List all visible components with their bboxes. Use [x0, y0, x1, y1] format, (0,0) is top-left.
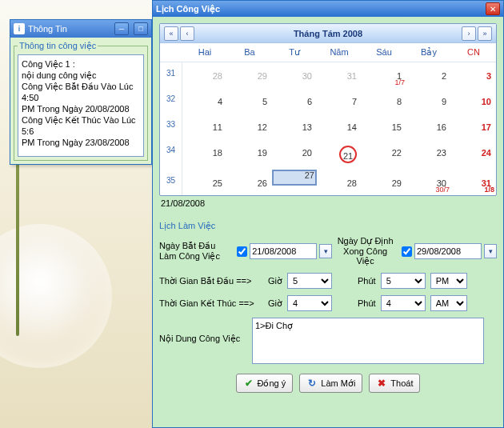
- cal-day-cell[interactable]: 17: [451, 114, 496, 139]
- cal-day-cell[interactable]: 13: [272, 114, 317, 139]
- cal-day-cell[interactable]: 29: [227, 62, 272, 88]
- cal-day-cell[interactable]: 14: [317, 114, 362, 139]
- cal-day-cell[interactable]: 11: [182, 114, 227, 139]
- info-window: i Thông Tin ─ □ Thông tin công việc Công…: [10, 19, 152, 165]
- start-date-checkbox[interactable]: [237, 246, 247, 257]
- calendar-icon[interactable]: ▾: [484, 244, 497, 258]
- info-group-title: Thông tin công việc: [18, 41, 98, 51]
- cal-day-cell[interactable]: 28: [182, 62, 227, 88]
- cal-day-header: Bảy: [406, 43, 451, 62]
- cal-day-cell[interactable]: 29: [362, 170, 406, 195]
- hour-label: Giờ: [268, 276, 282, 286]
- cal-day-cell[interactable]: 11/7: [362, 62, 406, 88]
- cal-day-cell[interactable]: 10: [451, 88, 496, 114]
- start-date-label: Ngày Bắt Đầu Làm Công Việc: [159, 241, 232, 262]
- exit-button[interactable]: ✖Thoát: [369, 374, 420, 393]
- cal-day-cell[interactable]: 31: [317, 62, 362, 88]
- cal-day-cell[interactable]: 27: [272, 170, 317, 186]
- cal-day-cell[interactable]: 311/8: [451, 170, 496, 195]
- reset-button[interactable]: ↻Làm Mới: [299, 374, 362, 393]
- cal-day-cell[interactable]: 26: [227, 170, 272, 195]
- cal-day-header: Sáu: [362, 43, 406, 62]
- info-groupbox: Thông tin công việc Công Việc 1 :nội dun…: [14, 41, 148, 161]
- cal-day-cell[interactable]: 2: [406, 62, 451, 88]
- info-line: Công Việc Bắt Đầu Vào Lúc 4:50: [22, 81, 140, 103]
- cal-week-number: 34: [160, 139, 182, 170]
- calendar-header: « ‹ Tháng Tám 2008 › »: [160, 24, 496, 43]
- calendar-grid: HaiBaTưNămSáuBảyCN312829303111/723324567…: [160, 43, 496, 195]
- cal-day-cell[interactable]: 4: [182, 88, 227, 114]
- cal-day-cell[interactable]: 23: [406, 139, 451, 170]
- end-date-input[interactable]: [414, 243, 482, 259]
- refresh-icon: ↻: [306, 378, 318, 389]
- minimize-button[interactable]: ─: [114, 22, 129, 35]
- close-button[interactable]: ✕: [486, 2, 500, 15]
- info-line: PM Trong Ngày 23/08/2008: [22, 137, 140, 148]
- ok-button[interactable]: ✔Đồng ý: [236, 374, 294, 393]
- calendar-month-label: Tháng Tám 2008: [195, 29, 461, 38]
- cal-day-cell[interactable]: 9: [406, 88, 451, 114]
- cal-day-cell[interactable]: 20: [272, 139, 317, 170]
- start-hour-select[interactable]: 5: [287, 273, 332, 289]
- cal-next-button[interactable]: ›: [462, 26, 476, 41]
- content-label: Nội Dung Công Việc: [159, 318, 247, 344]
- cal-day-header: Hai: [182, 43, 227, 62]
- info-line: nội dung công việc: [22, 70, 140, 81]
- cal-day-header: Năm: [317, 43, 362, 62]
- end-time-label: Thời Gian Kết Thúc ==>: [159, 298, 263, 309]
- end-ampm-select[interactable]: AM: [430, 295, 467, 311]
- cal-day-cell[interactable]: 24: [451, 139, 496, 170]
- cal-day-cell[interactable]: 21: [317, 139, 362, 170]
- cal-day-cell[interactable]: 3: [451, 62, 496, 88]
- check-icon: ✔: [243, 378, 254, 389]
- cal-day-cell[interactable]: 18: [182, 139, 227, 170]
- hour-label: Giờ: [268, 298, 282, 309]
- cal-prev-button[interactable]: ‹: [180, 26, 194, 41]
- x-icon: ✖: [376, 378, 387, 389]
- info-line: Công Việc 1 :: [22, 58, 140, 70]
- end-date-label: Ngày Dự Định Xong Công Việc: [337, 236, 397, 266]
- cal-day-cell[interactable]: 12: [227, 114, 272, 139]
- cal-week-number: 33: [160, 114, 182, 139]
- cal-day-cell[interactable]: 8: [362, 88, 406, 114]
- calendar: « ‹ Tháng Tám 2008 › » HaiBaTưNămSáuBảyC…: [159, 23, 497, 196]
- cal-day-cell[interactable]: 15: [362, 114, 406, 139]
- cal-day-cell[interactable]: 6: [272, 88, 317, 114]
- minute-label: Phút: [358, 276, 376, 286]
- start-minute-select[interactable]: 5: [381, 273, 426, 289]
- main-titlebar[interactable]: Lịch Công Việc ✕: [153, 1, 503, 17]
- info-titlebar[interactable]: i Thông Tin ─ □: [10, 20, 151, 38]
- cal-first-button[interactable]: «: [164, 26, 178, 41]
- cal-day-header: Tư: [272, 43, 317, 62]
- info-textbox[interactable]: Công Việc 1 :nội dung công việcCông Việc…: [18, 54, 144, 157]
- calendar-icon[interactable]: ▾: [319, 244, 332, 258]
- cal-day-cell[interactable]: 28: [317, 170, 362, 195]
- cal-week-number: 32: [160, 88, 182, 114]
- cal-day-cell[interactable]: 3030/7: [406, 170, 451, 195]
- cal-day-header: Ba: [227, 43, 272, 62]
- main-window: Lịch Công Việc ✕ « ‹ Tháng Tám 2008 › » …: [152, 0, 504, 428]
- end-hour-select[interactable]: 4: [287, 295, 332, 311]
- content-textarea[interactable]: 1>Đi Chợ: [252, 318, 484, 364]
- cal-week-number: 35: [160, 170, 182, 195]
- end-minute-select[interactable]: 4: [381, 295, 426, 311]
- main-title: Lịch Công Việc: [156, 4, 486, 14]
- cal-last-button[interactable]: »: [478, 26, 492, 41]
- start-ampm-select[interactable]: PM: [430, 273, 467, 289]
- cal-day-cell[interactable]: 22: [362, 139, 406, 170]
- end-date-checkbox[interactable]: [402, 246, 412, 257]
- cal-day-cell[interactable]: 19: [227, 139, 272, 170]
- form-section-label: Lịch Làm Việc: [159, 221, 497, 231]
- cal-day-cell[interactable]: 5: [227, 88, 272, 114]
- cal-day-header: CN: [451, 43, 496, 62]
- cal-day-cell[interactable]: 30: [272, 62, 317, 88]
- cal-day-cell[interactable]: 25: [182, 170, 227, 195]
- info-line: [22, 148, 140, 157]
- start-time-label: Thời Gian Bắt Đầu ==>: [159, 276, 263, 286]
- maximize-button[interactable]: □: [134, 22, 148, 35]
- cal-day-cell[interactable]: 7: [317, 88, 362, 114]
- cal-day-cell[interactable]: 16: [406, 114, 451, 139]
- calendar-footer-date: 21/08/2008: [159, 196, 497, 213]
- start-date-input[interactable]: [250, 243, 317, 259]
- info-line: Công Việc Kết Thúc Vào Lúc 5:6: [22, 114, 140, 137]
